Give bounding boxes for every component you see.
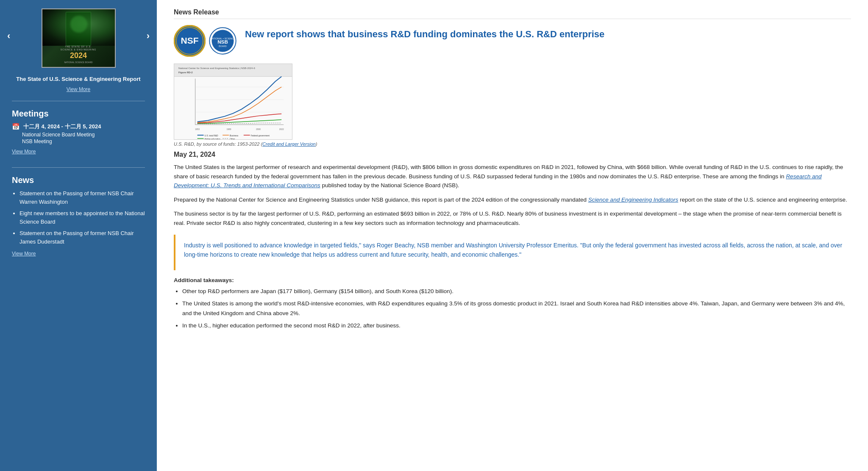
slideshow-image: THE STATE OF U.S.SCIENCE & ENGINEERING 2… bbox=[42, 8, 116, 68]
chart-image: 1953 1980 2000 2022 U.S. total R&D Busin… bbox=[174, 64, 292, 140]
svg-text:BOARD: BOARD bbox=[219, 45, 227, 47]
news-list: Statement on the Passing of former NSB C… bbox=[12, 189, 145, 246]
svg-text:NSB: NSB bbox=[217, 39, 228, 44]
sidebar-divider-1 bbox=[12, 101, 145, 101]
report-title: The State of U.S. Science & Engineering … bbox=[8, 72, 149, 85]
meeting-name-1[interactable]: National Science Board Meeting bbox=[12, 132, 145, 138]
meetings-section: Meetings 📅 十二月 4, 2024 - 十二月 5, 2024 Nat… bbox=[0, 105, 157, 164]
takeaway-2: The United States is among the world's m… bbox=[182, 299, 851, 319]
news-item-3[interactable]: Statement on the Passing of former NSB C… bbox=[19, 229, 145, 246]
article-link-1[interactable]: Research and Development: U.S. Trends an… bbox=[174, 173, 821, 189]
svg-text:U.S. total R&D: U.S. total R&D bbox=[204, 135, 218, 137]
article-image-container: 1953 1980 2000 2022 U.S. total R&D Busin… bbox=[174, 64, 851, 147]
calendar-icon: 📅 bbox=[12, 123, 20, 130]
article-title[interactable]: New report shows that business R&D fundi… bbox=[245, 25, 851, 41]
report-view-more[interactable]: View More bbox=[67, 86, 90, 92]
meeting-name-2[interactable]: NSB Meeting bbox=[12, 139, 145, 144]
article-body: May 21, 2024 The United States is the la… bbox=[174, 151, 851, 331]
slideshow-container: ‹ THE STATE OF U.S.SCIENCE & ENG bbox=[0, 0, 157, 72]
takeaway-3: In the U.S., higher education performed … bbox=[182, 321, 851, 331]
blockquote-box: Industry is well positioned to advance k… bbox=[174, 235, 851, 271]
svg-text:National Center for Science an: National Center for Science and Engineer… bbox=[178, 67, 255, 69]
svg-text:2000: 2000 bbox=[256, 128, 261, 130]
article-date: May 21, 2024 bbox=[174, 151, 851, 158]
blockquote-text: Industry is well positioned to advance k… bbox=[184, 241, 843, 260]
meetings-title: Meetings bbox=[12, 109, 145, 119]
svg-text:Business: Business bbox=[230, 135, 239, 137]
svg-text:2022: 2022 bbox=[279, 128, 284, 130]
chart-caption-close: ) bbox=[316, 141, 317, 147]
sidebar-divider-2 bbox=[12, 167, 145, 168]
news-item-1[interactable]: Statement on the Passing of former NSB C… bbox=[19, 189, 145, 206]
slide-next-button[interactable]: › bbox=[142, 28, 155, 44]
news-title: News bbox=[12, 175, 145, 185]
article-paragraph-3: The business sector is by far the larges… bbox=[174, 209, 851, 227]
blockquote-content: Industry is well positioned to advance k… bbox=[184, 242, 842, 258]
logos-container: NSF NATIONAL • SCIENCE NSB BOARD bbox=[174, 25, 236, 57]
svg-text:Figure RD-2: Figure RD-2 bbox=[178, 71, 193, 74]
news-section: News Statement on the Passing of former … bbox=[0, 171, 157, 266]
svg-text:Other: Other bbox=[230, 138, 235, 139]
nsf-logo: NSF bbox=[174, 25, 206, 57]
takeaways-list: Other top R&D performers are Japan ($177… bbox=[174, 287, 851, 331]
additional-takeaways-label: Additional takeaways: bbox=[174, 277, 851, 283]
svg-text:Federal government: Federal government bbox=[251, 135, 270, 137]
chart-caption-text: U.S. R&D, by source of funds: 1953-2022 … bbox=[174, 141, 262, 147]
article-link-2[interactable]: Science and Engineering Indicators bbox=[588, 197, 678, 203]
news-item-2[interactable]: Eight new members to be appointed to the… bbox=[19, 209, 145, 226]
chart-caption-link[interactable]: Credit and Larger Version bbox=[262, 141, 316, 147]
main-content: News Release NSF NATI bbox=[157, 0, 868, 471]
meeting-item: 📅 十二月 4, 2024 - 十二月 5, 2024 National Sci… bbox=[12, 123, 145, 144]
news-view-more[interactable]: View More bbox=[12, 251, 145, 257]
svg-text:Higher education: Higher education bbox=[204, 138, 220, 139]
svg-rect-10 bbox=[174, 64, 292, 77]
article-paragraph-2: Prepared by the National Center for Scie… bbox=[174, 195, 851, 205]
nsb-logo: NATIONAL • SCIENCE NSB BOARD bbox=[209, 27, 236, 55]
takeaway-1: Other top R&D performers are Japan ($177… bbox=[182, 287, 851, 296]
news-release-label: News Release bbox=[174, 8, 851, 19]
meeting-date-row: 📅 十二月 4, 2024 - 十二月 5, 2024 bbox=[12, 123, 145, 130]
article-header: NSF NATIONAL • SCIENCE NSB BOARD New rep… bbox=[174, 25, 851, 57]
article-paragraph-1: The United States is the largest perform… bbox=[174, 163, 851, 190]
slide-prev-button[interactable]: ‹ bbox=[2, 28, 15, 44]
svg-text:NSF: NSF bbox=[181, 36, 199, 45]
svg-text:1953: 1953 bbox=[195, 128, 200, 130]
svg-text:1980: 1980 bbox=[227, 128, 231, 130]
chart-caption: U.S. R&D, by source of funds: 1953-2022 … bbox=[174, 141, 851, 147]
sidebar: ‹ THE STATE OF U.S.SCIENCE & ENG bbox=[0, 0, 157, 471]
meeting-date: 十二月 4, 2024 - 十二月 5, 2024 bbox=[23, 123, 101, 130]
meetings-view-more[interactable]: View More bbox=[12, 149, 145, 155]
